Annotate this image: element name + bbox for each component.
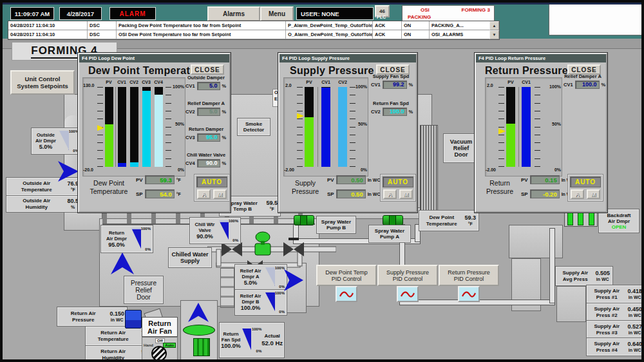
hmi-screen: 11:09:07 AM 4/28/2017 ALARM Alarms Menu …: [0, 0, 644, 362]
popup-titlebar[interactable]: F4 PID Loop Supply Pressure: [279, 54, 416, 62]
spray-pump-a-icon[interactable]: [383, 215, 403, 225]
pv-row: PV0.50In WC: [327, 175, 381, 184]
station-line1-left: OSI: [421, 7, 430, 13]
alarm-summary-list: 04/28/2017 11:04:10DSC Packing Dew Point…: [8, 21, 500, 40]
pipe: [549, 228, 555, 303]
dew-point-trend-button[interactable]: [336, 286, 357, 302]
date-display: 4/28/2017: [59, 7, 102, 20]
menu-button[interactable]: Menu: [260, 6, 294, 21]
dew-point-pid-popup: F4 PID Loop Dew Point Dew Point Temperat…: [78, 53, 231, 213]
auto-mode-display[interactable]: AUTO: [570, 176, 601, 187]
spray-water-pump-a-label: Spray WaterPump A: [368, 225, 411, 243]
supply-air-press4-reading: Supply AirPress #4 0.640in WC: [586, 338, 644, 356]
fan-blade-icon: [183, 325, 215, 336]
cv1-output: CV199.2%: [371, 81, 413, 89]
user-display: USER: NONE: [296, 7, 374, 20]
pressure-relief-door-label: PressureReliefDoor: [124, 276, 164, 304]
station-status-box: OSI FORMING 3 PACKING: [402, 5, 495, 23]
supply-air-press2-reading: Supply AirPress #2 0.450in WC: [586, 303, 644, 321]
bar-graph-panel: 130.0 -20.0 PV CV1 CV2 CV3 CV4 100% 50% …: [82, 77, 185, 176]
loop-name: SupplyPressure: [285, 179, 326, 196]
return-pressure-trend-button[interactable]: [458, 286, 480, 302]
alarm-status-display: ALARM: [109, 7, 156, 20]
hand-off-auto-switch[interactable]: Hand Off Auto: [142, 337, 178, 361]
cv1-output: CV1100.0%: [564, 81, 605, 89]
supply-air-press3-reading: Supply AirPress #3 0.527in WC: [586, 320, 644, 339]
sp-row: SP54.0°F: [136, 189, 181, 198]
spray-pump-b-icon[interactable]: [294, 215, 314, 225]
return-air-damper-gauge: ReturnAir Dmpr95.0% 100%0%: [100, 225, 153, 253]
manual-button[interactable]: M: [213, 189, 227, 199]
fan-actual-speed: Actual 52.0 Hz: [261, 333, 283, 348]
alarm-row[interactable]: 04/28/2017 11:04:10DSC OSI Dew Point Tem…: [8, 30, 499, 39]
station-line2: PACKING: [408, 14, 431, 20]
smoke-detector-label: SmokeDetector: [237, 118, 270, 136]
scroll-up-icon[interactable]: ▲: [489, 21, 499, 30]
vacuum-relief-door-label: VacuumReliefDoor: [443, 133, 479, 163]
cv2-bar: [130, 87, 138, 167]
setpoint-pointer[interactable]: [297, 113, 304, 119]
pressure-sensor-icon: [125, 310, 142, 329]
alarm-scrollbar[interactable]: ▲ ▼: [489, 21, 499, 39]
manual-button[interactable]: M: [587, 189, 600, 199]
scroll-down-icon[interactable]: ▼: [489, 30, 499, 39]
return-fan-speed-gauge: ReturnFan Spd100.0% 100%0% Actual 52.0 H…: [219, 322, 285, 358]
outside-air-damper-gauge: OutsideAir Dmpr5.0% 100%0%: [31, 128, 81, 155]
popup-title: Return Pressure: [485, 65, 568, 77]
supply-duct-small: [556, 286, 586, 322]
return-air-fan-label: ReturnAir Fan: [142, 317, 178, 337]
pv-row: PV0.15In WC: [521, 175, 574, 184]
auto-mode-display[interactable]: AUTO: [383, 176, 413, 187]
cv3-bar: [142, 87, 151, 167]
cv1-output: CV15.0%: [185, 82, 226, 90]
auto-manual-cluster: AUTO A M: [194, 174, 230, 202]
outside-air-humidity-reading: Outside AirHumidity 80.5%: [6, 195, 82, 213]
top-border: [3, 3, 641, 5]
pv-bar: [105, 87, 113, 167]
setpoint-pointer[interactable]: [498, 128, 506, 134]
bar-graph-panel: 2.0 -2.00 PV CV1 100% 50% 0%: [485, 77, 562, 176]
station-line1-right: FORMING 3: [462, 7, 490, 13]
alarms-button[interactable]: Alarms: [207, 6, 260, 21]
cv2-bar: [338, 87, 347, 167]
cv1-bar: [321, 87, 330, 167]
relief-air-damper-a-gauge: Relief AirDmpr A5.0% 100%0%: [234, 264, 287, 291]
return-pressure-pid-popup: F4 PID Loop Return Pressure Return Press…: [475, 53, 607, 213]
auto-button[interactable]: A: [383, 189, 397, 199]
popup-titlebar[interactable]: F4 PID Loop Return Pressure: [476, 54, 606, 62]
cv2-output: CV25.0%: [185, 108, 226, 116]
dew-point-pid-control-button[interactable]: Dew Point TempPID Control: [316, 265, 377, 286]
cv2-output: CV2100.0%: [371, 108, 413, 116]
setpoint-pointer[interactable]: [97, 125, 104, 131]
pv-row: PV59.3°F: [136, 175, 181, 184]
clock-display: 11:09:07 AM: [10, 7, 54, 20]
alarm-row[interactable]: 04/28/2017 11:04:10DSC Packing Dew Point…: [8, 21, 499, 30]
return-pressure-pid-control-button[interactable]: Return PressurePID Control: [439, 265, 499, 286]
dew-point-temperature-reading: Dew PointTemperature 59.3°F: [419, 210, 479, 231]
trend-icon: [461, 290, 477, 299]
popup-title: Supply Pressure: [290, 65, 374, 77]
outside-air-temperature-reading: Outside AirTemperature 76.9°F: [6, 177, 82, 196]
manual-button[interactable]: M: [399, 189, 413, 199]
supply-pressure-pid-popup: F4 PID Loop Supply Pressure Supply Press…: [278, 53, 417, 213]
spray-water-pump-b-label: Spray WaterPump B: [316, 216, 356, 234]
cv1-bar: [118, 87, 126, 167]
backdraft-open-status: OPEN: [612, 224, 627, 230]
close-button[interactable]: CLOSE: [191, 64, 224, 75]
supply-pressure-trend-button[interactable]: [397, 286, 419, 302]
cv3-output: CV395.0%: [185, 133, 226, 142]
popup-titlebar[interactable]: F4 PID Loop Dew Point: [79, 54, 229, 62]
auto-mode-display[interactable]: AUTO: [196, 176, 227, 187]
backdraft-damper-icon: [564, 211, 598, 227]
auto-button[interactable]: A: [197, 189, 211, 199]
return-air-pressure-reading: Return AirPressure 0.150in WC: [57, 307, 128, 327]
auto-button[interactable]: A: [571, 189, 584, 199]
hoa-knob[interactable]: [151, 346, 167, 361]
fan-motor-icon: [193, 338, 210, 356]
plc-label: PLC: [372, 15, 390, 19]
hand-label: Hand: [144, 343, 153, 347]
loop-name: ReturnPressure: [480, 179, 520, 196]
cv4-bar: [155, 87, 163, 167]
supply-pressure-pid-control-button[interactable]: Supply PressurePID Control: [377, 265, 438, 286]
unit-control-setpoints-button[interactable]: Unit ControlSystem Setpoints: [10, 70, 75, 95]
